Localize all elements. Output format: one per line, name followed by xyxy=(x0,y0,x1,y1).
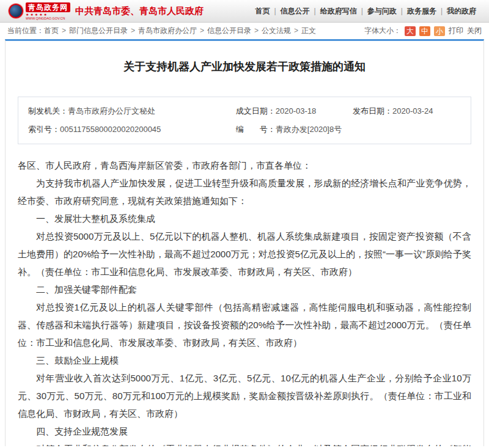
site-url: WWW.QINGDAO.GOV.CN xyxy=(26,17,66,20)
document-title: 关于支持机器人产业加快发展若干政策措施的通知 xyxy=(24,59,465,74)
meta-date-written: 成文日期：2020-03-18 xyxy=(236,102,353,120)
breadcrumb-separator: > xyxy=(131,26,135,35)
top-nav-item[interactable]: 政务服务 xyxy=(407,6,436,17)
document-paragraph: 各区、市人民政府，青岛西海岸新区管委，市政府各部门，市直各单位： xyxy=(18,156,471,174)
nav-separator: | xyxy=(274,7,276,15)
date-published-label: 发布日期： xyxy=(353,106,392,116)
site-logo[interactable]: 青岛政务网 ★★★★★ WWW.QINGDAO.GOV.CN 中共青岛市委、青岛… xyxy=(9,2,204,20)
font-large-button[interactable]: 大 xyxy=(405,26,416,36)
index-label: 索引号： xyxy=(28,125,60,134)
document-paragraph: 为支持我市机器人产业加快发展，促进工业转型升级和高质量发展，形成新的经济增长点和… xyxy=(18,174,471,210)
date-published-value: 2020-03-24 xyxy=(392,106,433,116)
font-size-label: 字体大小： xyxy=(364,26,401,36)
breadcrumb-item[interactable]: 首页 xyxy=(44,26,59,35)
print-button[interactable]: 打印 xyxy=(449,26,463,36)
date-written-label: 成文日期： xyxy=(236,106,276,116)
top-nav-item[interactable]: 首页 xyxy=(255,6,270,17)
breadcrumb-separator: > xyxy=(62,26,66,35)
document-paragraph: 三、鼓励企业上规模 xyxy=(18,351,471,369)
date-written-value: 2020-03-18 xyxy=(276,106,317,116)
logo-stars: ★★★★★ xyxy=(26,13,70,17)
top-nav: 首页|信息公开|给政府写信|参与问政|政务服务|我的政府 xyxy=(251,6,480,17)
globe-logo-icon xyxy=(9,4,23,18)
document-paragraph: 对年营业收入首次达到5000万元、1亿元、3亿元、5亿元、10亿元的机器人生产企… xyxy=(18,369,471,422)
top-nav-item[interactable]: 参与问政 xyxy=(367,6,397,17)
breadcrumb-item[interactable]: 青岛市政府办公厅 xyxy=(138,26,197,35)
meta-row: 制发机关：青岛市政府办公厅文秘处 成文日期：2020-03-18 发布日期：20… xyxy=(28,102,461,120)
top-nav-item[interactable]: 信息公开 xyxy=(281,6,310,17)
meta-doc-no: 编 号：青政办发[2020]8号 xyxy=(236,120,353,139)
issuer-value: 青岛市政府办公厅文秘处 xyxy=(68,106,155,116)
breadcrumb-item[interactable]: 部门信息公开目录 xyxy=(69,26,128,35)
breadcrumb: 首页>部门信息公开目录>青岛市政府办公厅>信息公开目录>公文法规>正文 xyxy=(44,26,316,36)
issuer-label: 制发机关： xyxy=(28,106,68,116)
nav-separator: | xyxy=(401,7,403,15)
document-paragraph: 对符合工业和信息化部发布的《工业机器人行业规范条件》的企业，以及符合国家级行业联… xyxy=(18,440,471,446)
meta-index: 索引号：00511755800020020200045 xyxy=(28,120,236,139)
document-content-box: 关于支持机器人产业加快发展若干政策措施的通知 制发机关：青岛市政府办公厅文秘处 … xyxy=(5,39,484,446)
meta-issuer: 制发机关：青岛市政府办公厅文秘处 xyxy=(28,102,236,120)
site-header: 青岛政务网 ★★★★★ WWW.QINGDAO.GOV.CN 中共青岛市委、青岛… xyxy=(0,0,489,23)
index-value: 00511755800020020200045 xyxy=(60,125,161,134)
breadcrumb-separator: > xyxy=(254,26,259,35)
close-button[interactable]: 关闭 xyxy=(467,26,482,36)
logo-text: 青岛政务网 ★★★★★ WWW.QINGDAO.GOV.CN xyxy=(26,2,70,20)
meta-date-published: 发布日期：2020-03-24 xyxy=(353,102,461,120)
breadcrumb-row: 当前位置： 首页>部门信息公开目录>青岛市政府办公厅>信息公开目录>公文法规>正… xyxy=(0,23,489,39)
doc-no-value: 青政办发[2020]8号 xyxy=(276,125,342,134)
document-paragraph: 对总投资5000万元及以上、5亿元以下的机器人整机、机器人系统集成新建项目，按固… xyxy=(18,227,471,281)
document-paragraph: 二、加强关键零部件配套 xyxy=(18,281,471,298)
document-paragraph: 对总投资1亿元及以上的机器人关键零部件（包括高精密减速器，高性能伺服电机和驱动器… xyxy=(18,298,471,351)
nav-separator: | xyxy=(441,7,443,15)
meta-row: 索引号：00511755800020020200045 编 号：青政办发[202… xyxy=(28,120,461,139)
breadcrumb-item[interactable]: 公文法规 xyxy=(262,26,291,35)
font-medium-button[interactable]: 中 xyxy=(419,26,430,36)
org-title: 中共青岛市委、青岛市人民政府 xyxy=(75,6,204,17)
doc-no-label: 编 号： xyxy=(236,125,276,134)
nav-separator: | xyxy=(314,7,316,15)
breadcrumb-separator: > xyxy=(200,26,204,35)
page-toolbar: 字体大小： 大 中 小 打印 关闭 xyxy=(364,26,482,36)
breadcrumb-item: 正文 xyxy=(301,26,316,35)
document-paragraph: 四、支持企业规范发展 xyxy=(18,422,471,440)
site-name: 青岛政务网 xyxy=(26,2,70,12)
document-meta-box: 制发机关：青岛市政府办公厅文秘处 成文日期：2020-03-18 发布日期：20… xyxy=(18,97,471,144)
page: 青岛政务网 ★★★★★ WWW.QINGDAO.GOV.CN 中共青岛市委、青岛… xyxy=(0,0,489,448)
font-small-button[interactable]: 小 xyxy=(434,26,445,36)
nav-separator: | xyxy=(361,7,363,15)
top-nav-item[interactable]: 给政府写信 xyxy=(320,6,357,17)
breadcrumb-item[interactable]: 信息公开目录 xyxy=(207,26,251,35)
top-nav-item[interactable]: 我的政府 xyxy=(447,6,476,17)
document-body: 各区、市人民政府，青岛西海岸新区管委，市政府各部门，市直各单位：为支持我市机器人… xyxy=(18,156,471,446)
breadcrumb-prefix: 当前位置： xyxy=(7,26,44,36)
document-paragraph: 一、发展壮大整机及系统集成 xyxy=(18,210,471,227)
breadcrumb-separator: > xyxy=(294,26,298,35)
